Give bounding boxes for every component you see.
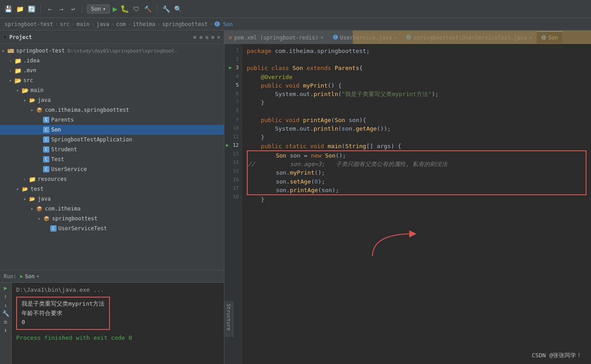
tree-item-test-folder[interactable]: ▾ 📂 test <box>0 184 224 194</box>
code-content[interactable]: package com.itheima.springboottest; publ… <box>242 44 591 364</box>
folder-icon-src: 📂 <box>14 77 22 84</box>
breadcrumb-son: 🅒 Son <box>215 21 233 27</box>
tree-arrow-java: ▾ <box>23 98 29 103</box>
debug-button[interactable]: 🐛 <box>120 4 129 13</box>
breadcrumb-sep-6: › <box>210 21 213 27</box>
tree-item-mvn[interactable]: › 📁 .mvn <box>0 66 224 75</box>
run-tab-son[interactable]: ▶ Son × <box>20 273 39 280</box>
breadcrumb-sep-1: › <box>71 21 74 27</box>
breadcrumb-sep-2: › <box>91 21 94 27</box>
tree-arrow-springboottest-pkg: ▾ <box>38 216 43 221</box>
run-output-line-3: 0 <box>22 318 105 327</box>
code-line-13: Son son = new Son(); <box>248 151 586 160</box>
line-num-9: 9 <box>224 116 241 124</box>
tree-label-package: com.itheima.springboottest <box>45 107 129 113</box>
project-panel-header: ▾ Project ⊕ ≡ ⇅ ⚙ × <box>0 31 224 44</box>
tree-item-package[interactable]: ▾ 📦 com.itheima.springboottest <box>0 105 224 115</box>
run-down-arrow-icon[interactable]: ⬇ <box>4 327 8 334</box>
back-icon[interactable]: ← <box>45 4 54 13</box>
coverage-icon[interactable]: 🛡 <box>132 4 141 13</box>
folder-icon-root <box>7 47 14 54</box>
tree-item-springboottest-pkg[interactable]: ▾ 📦 springboottest <box>0 214 224 224</box>
tree-item-java[interactable]: ▾ 📂 java <box>0 95 224 105</box>
breadcrumb-sep-4: › <box>128 21 131 27</box>
breadcrumb-java[interactable]: java <box>96 21 109 27</box>
toolbar-separator-3 <box>157 4 158 13</box>
save-icon[interactable]: 💾 <box>4 4 13 13</box>
run-output: D:\Java1\bin\java.exe ... 我是子类重写父类myprin… <box>12 283 224 364</box>
toolbar: 💾 📁 🔄 ← → ↩ Son ▾ ▶ 🐛 🛡 🔨 🔧 🔍 <box>0 0 591 18</box>
breadcrumb-main[interactable]: main <box>77 21 90 27</box>
run-scroll-down-icon[interactable]: ↓ <box>4 302 8 308</box>
tree-item-src[interactable]: ▾ 📂 src <box>0 75 224 85</box>
breadcrumb-sep-3: › <box>111 21 114 27</box>
run-align-icon[interactable]: ≡ <box>4 319 8 325</box>
run-config-dropdown[interactable]: Son ▾ <box>87 4 110 13</box>
run-button[interactable]: ▶ <box>113 4 118 13</box>
collapse-icon[interactable]: ≡ <box>199 34 202 40</box>
code-line-8 <box>247 107 587 116</box>
run-scroll-up-icon[interactable]: ↑ <box>4 293 8 300</box>
tree-item-userservicetest[interactable]: C UserServiceTest <box>0 224 224 233</box>
open-icon[interactable]: 📁 <box>15 4 24 13</box>
project-panel-title: Project <box>9 34 32 40</box>
code-line-3: public class Son extends Parents{ <box>247 64 587 72</box>
tree-label-mvn: .mvn <box>23 67 36 74</box>
forward-icon[interactable]: → <box>57 4 66 13</box>
run-tab-icon: ▶ <box>20 273 23 279</box>
class-icon-userservice: C <box>43 166 49 172</box>
tree-item-idea[interactable]: › 📁 .idea <box>0 56 224 66</box>
tree-item-userservice[interactable]: C UserService <box>0 164 224 174</box>
tree-item-springboot-app[interactable]: C SpringbootTestApplication <box>0 135 224 145</box>
run-tab-close[interactable]: × <box>36 274 39 279</box>
settings-icon[interactable]: ⚙ <box>211 34 215 40</box>
tree-item-test-class[interactable]: C Test <box>0 154 224 164</box>
breadcrumb-src[interactable]: src <box>60 21 70 27</box>
code-line-11: } <box>247 133 587 141</box>
search-icon[interactable]: 🔍 <box>174 4 183 13</box>
breadcrumb-springboottest[interactable]: springboottest <box>162 21 208 27</box>
code-line-6: System.out.println("我是子类重写父类myprint方法"); <box>247 90 587 98</box>
tree-arrow-resources: › <box>23 177 29 182</box>
chevron-down-icon: ▾ <box>103 6 106 12</box>
run-wrench-icon[interactable]: 🔧 <box>2 310 9 317</box>
tab-pom[interactable]: m pom.xml (springboot-redis) × <box>224 31 328 44</box>
class-icon-son: C <box>43 127 49 133</box>
run-output-line-1: 我是子类重写父类myprint方法 <box>22 299 105 309</box>
close-icon[interactable]: × <box>217 34 220 40</box>
structure-label[interactable]: Structure <box>224 301 233 337</box>
tree-label-com-itheima: com.itheima <box>45 206 80 212</box>
tree-item-parents[interactable]: C Parents <box>0 115 224 125</box>
folder-icon-main: 📂 <box>22 87 29 94</box>
tree-item-test-java[interactable]: ▾ 📂 java <box>0 194 224 204</box>
tree-item-root[interactable]: ▾ springboot-test D:\study\day01\springb… <box>0 46 224 56</box>
breadcrumb-itheima[interactable]: itheima <box>133 21 156 27</box>
tools-icon[interactable]: 🔧 <box>162 4 171 13</box>
build-icon[interactable]: 🔨 <box>144 4 153 13</box>
package-icon-springboottest: 📦 <box>43 215 50 222</box>
run-panel: Run: ▶ Son × ▶ ↑ ↓ 🔧 ≡ ⬇ D:\Java1\bin\ja <box>0 270 224 364</box>
locate-icon[interactable]: ⊕ <box>193 34 197 40</box>
run-output-line-2: 年龄不符合要求 <box>22 309 105 318</box>
run-play-icon[interactable]: ▶ <box>4 285 8 291</box>
tree-arrow-src: ▾ <box>9 78 14 83</box>
sync-icon[interactable]: 🔄 <box>27 4 36 13</box>
tree-item-son[interactable]: C Son <box>0 125 224 135</box>
revert-icon[interactable]: ↩ <box>69 4 78 13</box>
breadcrumb-com[interactable]: com <box>116 21 126 27</box>
folder-icon-test-java: 📂 <box>29 195 36 202</box>
tree-arrow-root: ▾ <box>2 48 7 53</box>
line-num-5: 5 <box>224 81 241 90</box>
tree-item-resources[interactable]: › 📁 resources <box>0 174 224 184</box>
run-output-box: 我是子类重写父类myprint方法 年龄不符合要求 0 <box>16 297 110 330</box>
tab-close-pom[interactable]: × <box>320 35 323 40</box>
tree-arrow-mvn: › <box>9 68 14 73</box>
breadcrumb-springboot-test[interactable]: springboot-test <box>4 21 53 27</box>
expand-icon[interactable]: ⇅ <box>205 34 208 40</box>
tree-item-strudent[interactable]: C Strudent <box>0 145 224 154</box>
tree-item-com-itheima[interactable]: ▾ 📦 com.itheima <box>0 204 224 214</box>
line-num-1: 1 <box>224 47 241 55</box>
tree-item-main[interactable]: ▾ 📂 main <box>0 85 224 95</box>
line-num-10: 10 <box>224 124 241 133</box>
toolbar-separator-1 <box>40 4 41 13</box>
